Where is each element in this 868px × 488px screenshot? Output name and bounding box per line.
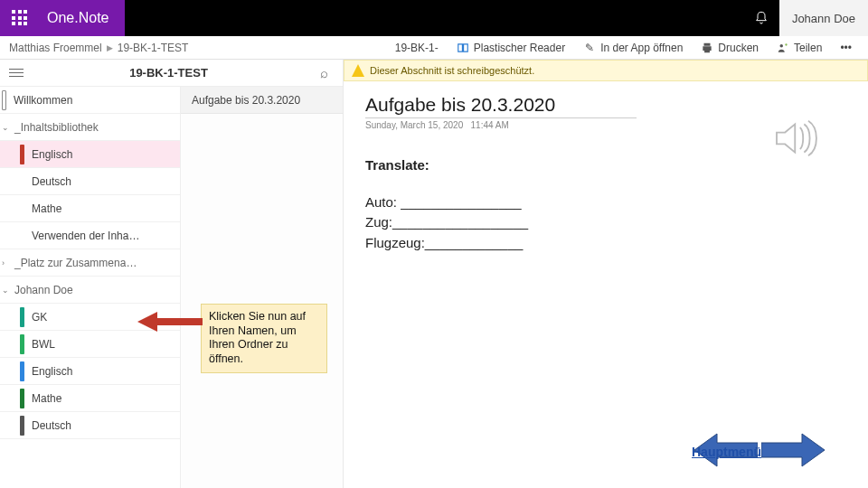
page-body: Translate: Auto: ________________ Zug:__… [365,155,846,253]
printer-icon [701,42,713,54]
section-label: Englisch [32,365,72,378]
section-label: Verwenden der Inha… [32,230,139,242]
chevron-right-icon: ▶ [107,43,113,52]
more-button[interactable]: ••• [833,36,859,60]
section-item[interactable]: Willkommen [0,87,180,114]
ellipsis-icon: ••• [840,42,852,54]
svg-marker-3 [137,312,157,332]
section-item[interactable]: ⌄Johann Doe [0,277,180,304]
section-label: Englisch [32,148,72,161]
pencil-icon: ✎ [583,42,596,54]
content-area: Dieser Abschnitt ist schreibgeschützt. A… [344,60,868,488]
immersive-reader-button[interactable]: Plastischer Reader [449,36,572,60]
section-color-tab [20,389,24,408]
section-color-tab [20,361,24,381]
top-bar: One.Note Johann Doe [0,0,868,36]
share-button[interactable]: Teilen [769,36,829,60]
section-item[interactable]: Deutsch [0,168,180,195]
user-name[interactable]: Johann Doe [779,0,868,36]
section-item[interactable]: Verwenden der Inha… [0,222,180,249]
section-label: _Platz zur Zusammena… [14,257,137,269]
hamburger-icon[interactable] [5,69,27,77]
section-list: Willkommen⌄_InhaltsbibliothekEnglischDeu… [0,87,181,488]
svg-rect-2 [156,318,203,325]
section-label: _Inhaltsbibliothek [14,121,99,134]
breadcrumb-notebook[interactable]: 19-BK-1-TEST [118,42,189,54]
section-color-tab [20,416,24,436]
section-label: BWL [32,338,55,351]
section-color-tab [20,172,24,192]
app-title: One.Note [40,0,125,36]
apps-icon [12,10,28,26]
print-button[interactable]: Drucken [693,36,766,60]
section-color-tab [20,226,24,246]
document: Aufgabe bis 20.3.2020 Sunday, March 15, … [344,81,868,488]
section-item[interactable]: Englisch [0,358,180,385]
next-arrow[interactable] [761,432,825,468]
section-item[interactable]: ›_Platz zur Zusammena… [0,249,180,277]
section-color-tab [20,334,24,354]
open-in-app-button[interactable]: ✎ In der App öffnen [576,36,690,60]
section-color-tab [20,199,24,219]
notifications-icon[interactable] [743,0,779,36]
section-color-tab [20,307,24,327]
page-list: Aufgabe bis 20.3.2020 [181,87,343,488]
expand-icon: ⌄ [2,123,13,132]
section-color-tab [2,90,6,110]
section-label: Mathe [32,392,61,405]
svg-point-0 [780,43,784,47]
speaker-icon [772,117,823,159]
tab-dropdown[interactable]: 19-BK-1- [388,36,446,60]
search-icon[interactable]: ⌕ [310,65,337,80]
readonly-warning: Dieser Abschnitt ist schreibgeschützt. [344,60,868,81]
page-item[interactable]: Aufgabe bis 20.3.2020 [181,87,343,114]
section-item[interactable]: Englisch [0,141,180,168]
section-label: Johann Doe [14,284,73,296]
instruction-callout: Klicken Sie nun auf Ihren Namen, um Ihre… [201,304,327,373]
navigation-pane: 19-BK-1-TEST ⌕ Willkommen⌄_Inhaltsbiblio… [0,60,344,488]
command-bar: Matthias Froemmel ▶ 19-BK-1-TEST 19-BK-1… [0,36,868,60]
section-color-tab [20,145,24,164]
section-label: Deutsch [32,175,71,188]
warning-icon [352,64,364,77]
expand-icon: › [2,258,13,267]
section-item[interactable]: Mathe [0,195,180,222]
section-label: Deutsch [32,419,71,432]
section-item[interactable]: ⌄_Inhaltsbibliothek [0,114,180,141]
svg-marker-5 [761,434,825,466]
section-label: Mathe [32,202,61,215]
section-item[interactable]: Mathe [0,385,180,412]
notebook-title[interactable]: 19-BK-1-TEST [27,66,310,80]
app-launcher[interactable] [0,0,40,36]
breadcrumb-owner[interactable]: Matthias Froemmel [9,42,102,54]
expand-icon: ⌄ [2,286,13,295]
red-arrow-icon [137,312,203,332]
section-item[interactable]: BWL [0,331,180,358]
warning-text: Dieser Abschnitt ist schreibgeschützt. [370,65,534,76]
page-title: Aufgabe bis 20.3.2020 [365,94,637,118]
share-icon [777,42,789,54]
section-item[interactable]: Deutsch [0,412,180,439]
reader-icon [457,42,469,54]
section-label: Willkommen [14,94,72,107]
svg-point-1 [785,43,787,45]
section-label: GK [32,311,47,324]
main-menu-link[interactable]: Hauptmenü [692,445,761,459]
